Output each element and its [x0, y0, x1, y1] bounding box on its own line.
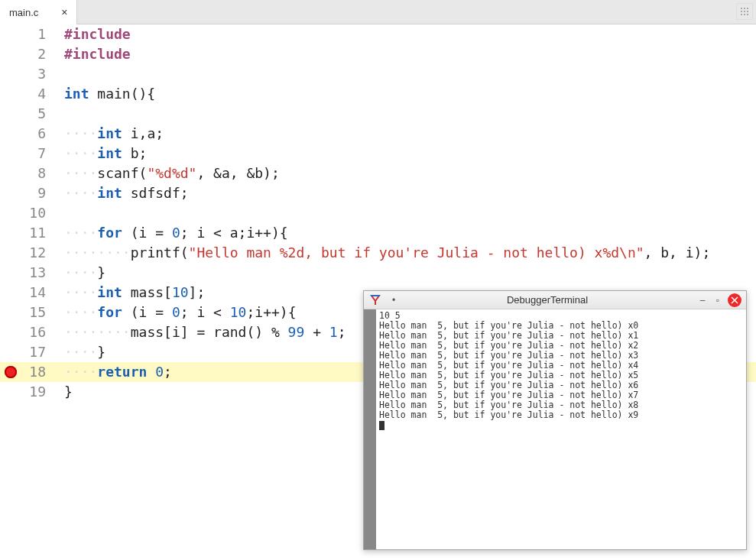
- line-number: 15: [0, 303, 52, 322]
- code-line[interactable]: ····int b;: [52, 144, 756, 163]
- code-line[interactable]: ····int sdfsdf;: [52, 183, 756, 203]
- tab-main-c[interactable]: main.c ×: [0, 0, 77, 24]
- close-icon[interactable]: [728, 293, 741, 307]
- terminal-title: DebuggerTerminal: [401, 294, 694, 306]
- breakpoint-icon[interactable]: [5, 366, 17, 378]
- drag-handle-icon[interactable]: [736, 3, 753, 20]
- svg-point-7: [744, 14, 745, 15]
- code-line[interactable]: int main(){: [52, 84, 756, 104]
- minimize-icon[interactable]: –: [696, 293, 709, 307]
- svg-point-5: [747, 11, 748, 12]
- code-line[interactable]: [52, 104, 756, 124]
- terminal-scrollbar[interactable]: [364, 309, 376, 549]
- svg-point-0: [741, 8, 742, 9]
- svg-point-6: [741, 14, 742, 15]
- code-line[interactable]: [52, 64, 756, 84]
- code-line[interactable]: ····for (i = 0; i < a;i++){: [52, 223, 756, 243]
- terminal-titlebar[interactable]: • DebuggerTerminal – ▫: [364, 291, 746, 309]
- line-number: 17: [0, 342, 52, 362]
- terminal-window[interactable]: • DebuggerTerminal – ▫ 10 5 Hello man 5,…: [363, 290, 747, 550]
- line-number: 11: [0, 223, 52, 243]
- line-number: 18: [0, 362, 52, 382]
- code-line[interactable]: ········printf("Hello man %2d, but if yo…: [52, 243, 756, 263]
- line-number: 2: [0, 44, 52, 64]
- line-number: 7: [0, 144, 52, 163]
- terminal-dot-icon: •: [387, 293, 401, 307]
- svg-point-8: [747, 14, 748, 15]
- line-number: 12: [0, 243, 52, 263]
- line-number: 6: [0, 124, 52, 144]
- code-line[interactable]: #include: [52, 44, 756, 64]
- terminal-body: 10 5 Hello man 5, but if you're Julia - …: [364, 309, 746, 549]
- tab-label: main.c: [9, 7, 38, 18]
- gutter: 12345678910111213141516171819: [0, 24, 52, 560]
- line-number: 4: [0, 84, 52, 104]
- code-line[interactable]: ····int i,a;: [52, 124, 756, 144]
- line-number: 9: [0, 183, 52, 203]
- line-number: 16: [0, 322, 52, 342]
- terminal-cursor: [379, 421, 384, 430]
- line-number: 8: [0, 163, 52, 183]
- code-line[interactable]: ····}: [52, 263, 756, 283]
- line-number: 5: [0, 104, 52, 124]
- svg-point-1: [744, 8, 745, 9]
- line-number: 3: [0, 64, 52, 84]
- svg-point-4: [744, 11, 745, 12]
- tab-bar: main.c ×: [0, 0, 756, 24]
- maximize-icon[interactable]: ▫: [711, 293, 725, 307]
- svg-point-2: [747, 8, 748, 9]
- code-line[interactable]: [52, 203, 756, 223]
- code-line[interactable]: #include: [52, 24, 756, 44]
- line-number: 1: [0, 24, 52, 44]
- svg-point-3: [741, 11, 742, 12]
- terminal-app-icon: [368, 293, 382, 307]
- terminal-output[interactable]: 10 5 Hello man 5, but if you're Julia - …: [376, 309, 746, 549]
- line-number: 13: [0, 263, 52, 283]
- line-number: 14: [0, 283, 52, 303]
- line-number: 19: [0, 382, 52, 402]
- close-icon[interactable]: ×: [61, 6, 67, 18]
- line-number: 10: [0, 203, 52, 223]
- code-line[interactable]: ····scanf("%d%d", &a, &b);: [52, 163, 756, 183]
